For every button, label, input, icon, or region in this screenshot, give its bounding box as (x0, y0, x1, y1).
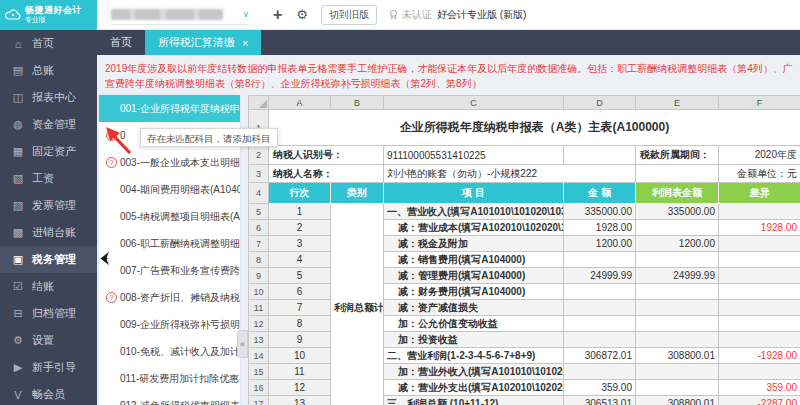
cell-item-3[interactable]: 减：税金及附加 (384, 236, 564, 252)
sidebar-item-beginner-guide[interactable]: ▶新手引导 (0, 354, 97, 381)
cell-amount-9[interactable] (564, 332, 636, 348)
cell-item-5[interactable]: 减：管理费用(填写A104000) (384, 268, 564, 284)
cell-diff-12[interactable]: 359.00 (719, 380, 800, 396)
cell-item-9[interactable]: 加：投资收益 (384, 332, 564, 348)
cell-amount-12[interactable]: 359.00 (564, 380, 636, 396)
row-number-16[interactable]: 16 (249, 380, 269, 396)
category-merged-cell[interactable]: 利润总额计算 (331, 204, 384, 405)
cell-lineno-4[interactable]: 4 (269, 252, 331, 268)
sidebar-item-archive[interactable]: ⊟归档管理 (0, 300, 97, 327)
report-item-001[interactable]: 001-企业所得税年度纳税申... (99, 95, 240, 122)
col-header-A[interactable]: A (269, 96, 331, 110)
row-number-8[interactable]: 8 (249, 252, 269, 268)
sidebar-item-settings[interactable]: ⚙设置 (0, 327, 97, 354)
cell-lineno-5[interactable]: 5 (269, 268, 331, 284)
cell-profit-6[interactable] (636, 284, 719, 300)
cell-lineno-11[interactable]: 11 (269, 364, 331, 380)
cell-diff-1[interactable] (719, 204, 800, 220)
cell-diff-4[interactable] (719, 252, 800, 268)
row-number-17[interactable]: 17 (249, 396, 269, 405)
cell-amount-10[interactable]: 306872.01 (564, 348, 636, 364)
sidebar-item-home[interactable]: ⌂首页 (0, 30, 97, 57)
sidebar-item-invoice[interactable]: ▨发票管理 (0, 192, 97, 219)
cell-profit-10[interactable]: 308800.01 (636, 348, 719, 364)
cell-lineno-10[interactable]: 10 (269, 348, 331, 364)
sidebar-item-report-center[interactable]: ◫报表中心 (0, 84, 97, 111)
report-item-012[interactable]: 012-减免所得税优惠明细表(... (99, 392, 240, 405)
cell-profit-8[interactable] (636, 316, 719, 332)
row-number-10[interactable]: 10 (249, 284, 269, 300)
panel-collapse-button[interactable]: « (237, 330, 248, 358)
cell-profit-7[interactable] (636, 300, 719, 316)
row-number-11[interactable]: 11 (249, 300, 269, 316)
row-number-4[interactable]: 4 (249, 183, 269, 204)
row-number-15[interactable]: 15 (249, 364, 269, 380)
period-value[interactable]: 2020年度 (719, 146, 800, 165)
sidebar-item-purchase-sales[interactable]: ▩进销台账 (0, 219, 97, 246)
row-number-13[interactable]: 13 (249, 332, 269, 348)
col-header-D[interactable]: D (564, 96, 636, 110)
cell-diff-8[interactable] (719, 316, 800, 332)
account-set-selector[interactable]: ∨ (111, 5, 249, 25)
cell-lineno-13[interactable]: 13 (269, 396, 331, 405)
cell-diff-10[interactable]: -1928.00 (719, 348, 800, 364)
cell-diff-6[interactable] (719, 284, 800, 300)
row-number-7[interactable]: 7 (249, 236, 269, 252)
close-icon[interactable]: × (242, 37, 248, 49)
cell-diff-5[interactable] (719, 268, 800, 284)
cell-profit-1[interactable]: 335000.00 (636, 204, 719, 220)
cell-diff-3[interactable] (719, 236, 800, 252)
row-number-6[interactable]: 6 (249, 220, 269, 236)
cell-amount-7[interactable] (564, 300, 636, 316)
cell-amount-11[interactable] (564, 364, 636, 380)
cell-diff-7[interactable] (719, 300, 800, 316)
cell-profit-2[interactable] (636, 220, 719, 236)
taxpayer-id-value[interactable]: 911100005531410225 (384, 146, 564, 165)
empty-cell[interactable] (564, 146, 636, 165)
add-icon[interactable]: + (273, 7, 282, 23)
cell-diff-9[interactable] (719, 332, 800, 348)
report-item-008[interactable]: 008-资产折旧、摊销及纳税... (99, 284, 240, 311)
cell-profit-3[interactable]: 1200.00 (636, 236, 719, 252)
chevron-down-icon[interactable]: ∨ (242, 9, 249, 19)
cell-lineno-12[interactable]: 12 (269, 380, 331, 396)
sidebar-item-member[interactable]: V畅会员 (0, 381, 97, 405)
col-header-C[interactable]: C (384, 96, 564, 110)
cell-item-11[interactable]: 加：营业外收入(填写A101010\101020\103000) (384, 364, 564, 380)
sidebar-item-closing[interactable]: ☑结账 (0, 273, 97, 300)
report-item-011[interactable]: 011-研发费用加计扣除优惠... (99, 365, 240, 392)
report-item-010[interactable]: 010-免税、减计收入及加计... (99, 338, 240, 365)
cell-item-12[interactable]: 减：营业外支出(填写A102010\102020\103000) (384, 380, 564, 396)
cell-diff-13[interactable]: -2287.00 (719, 396, 800, 405)
cell-profit-13[interactable]: 308800.01 (636, 396, 719, 405)
sheet-corner-cell[interactable] (249, 96, 269, 110)
sidebar-item-general-ledger[interactable]: ▤总账 (0, 57, 97, 84)
cell-lineno-3[interactable]: 3 (269, 236, 331, 252)
sidebar-item-fixed-assets[interactable]: ▦固定资产 (0, 138, 97, 165)
cell-lineno-8[interactable]: 8 (269, 316, 331, 332)
cell-item-13[interactable]: 三、利润总额 (10+11-12) (384, 396, 564, 405)
cell-item-2[interactable]: 减：营业成本(填写A102010\102020\103000) (384, 220, 564, 236)
cell-item-6[interactable]: 减：财务费用(填写A104000) (384, 284, 564, 300)
cell-profit-12[interactable] (636, 380, 719, 396)
cell-profit-11[interactable] (636, 364, 719, 380)
report-item-009[interactable]: 009-企业所得税弥补亏损明... (99, 311, 240, 338)
cell-item-8[interactable]: 加：公允价值变动收益 (384, 316, 564, 332)
cell-profit-9[interactable] (636, 332, 719, 348)
sidebar-item-funds[interactable]: ◍资金管理 (0, 111, 97, 138)
cell-profit-4[interactable] (636, 252, 719, 268)
cell-amount-4[interactable] (564, 252, 636, 268)
cell-item-7[interactable]: 减：资产减值损失 (384, 300, 564, 316)
cell-amount-6[interactable] (564, 284, 636, 300)
report-item-006[interactable]: 006-职工薪酬纳税调整明细... (99, 230, 240, 257)
sidebar-item-tax[interactable]: ▣税务管理 (0, 246, 97, 273)
cell-lineno-7[interactable]: 7 (269, 300, 331, 316)
cell-amount-13[interactable]: 306513.01 (564, 396, 636, 405)
col-header-F[interactable]: F (719, 96, 800, 110)
report-item-007[interactable]: 007-广告费和业务宣传费跨... (99, 257, 240, 284)
empty-cell[interactable] (636, 165, 719, 183)
report-item-004[interactable]: 004-期间费用明细表(A1040... (99, 176, 240, 203)
cell-amount-3[interactable]: 1200.00 (564, 236, 636, 252)
switch-to-old-version-button[interactable]: 切到旧版 (321, 5, 377, 25)
report-item-005[interactable]: 005-纳税调整项目明细表(A1... (99, 203, 240, 230)
